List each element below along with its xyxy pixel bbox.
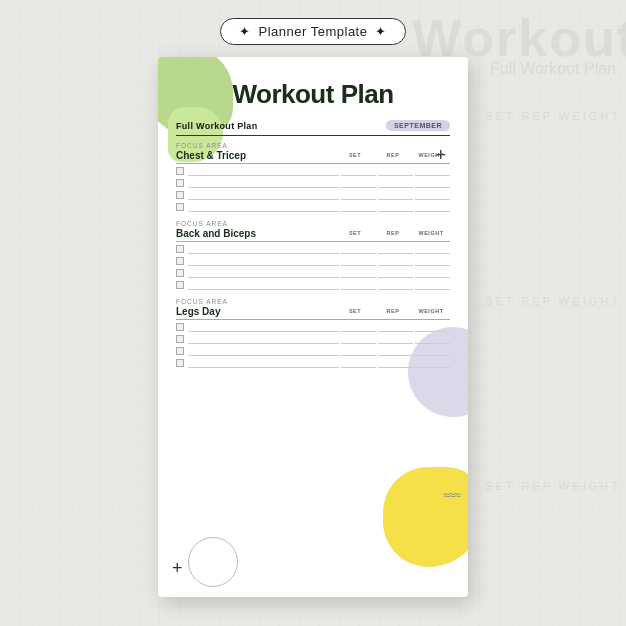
table-row bbox=[176, 280, 450, 290]
col-rep-1: REP bbox=[374, 152, 412, 158]
focus-label-3: FOCUS AREA bbox=[176, 298, 450, 305]
col-headers-2: SET REP WEIGHT bbox=[336, 230, 450, 236]
checkbox[interactable] bbox=[176, 347, 184, 355]
checkbox[interactable] bbox=[176, 323, 184, 331]
table-row bbox=[176, 358, 450, 368]
watermark-set3: SET REP WEIGHT bbox=[485, 480, 621, 492]
table-row bbox=[176, 268, 450, 278]
checkbox[interactable] bbox=[176, 191, 184, 199]
header-badge: ✦ Planner Template ✦ bbox=[220, 18, 406, 45]
workout-card: + + ≈≈≈ Workout Plan Full Workout Plan S… bbox=[158, 57, 468, 597]
exercise-rows-3 bbox=[176, 322, 450, 368]
plan-header: Full Workout Plan SEPTEMBER bbox=[176, 120, 450, 136]
table-row bbox=[176, 334, 450, 344]
wave-decoration: ≈≈≈ bbox=[443, 488, 460, 502]
checkbox[interactable] bbox=[176, 203, 184, 211]
table-row bbox=[176, 190, 450, 200]
table-row bbox=[176, 202, 450, 212]
month-badge: SEPTEMBER bbox=[386, 120, 450, 131]
table-row bbox=[176, 322, 450, 332]
exercise-name-1: Chest & Tricep SET REP WEIGHT bbox=[176, 150, 450, 164]
table-row bbox=[176, 244, 450, 254]
checkbox[interactable] bbox=[176, 269, 184, 277]
watermark-full-plan: Full Workout Plan bbox=[490, 60, 616, 78]
dot-left-icon: ✦ bbox=[239, 24, 251, 39]
col-rep-2: REP bbox=[374, 230, 412, 236]
badge-label: Planner Template bbox=[259, 24, 368, 39]
checkbox[interactable] bbox=[176, 245, 184, 253]
col-headers-3: SET REP WEIGHT bbox=[336, 308, 450, 314]
exercise-rows-1 bbox=[176, 166, 450, 212]
exercise-name-3: Legs Day SET REP WEIGHT bbox=[176, 306, 450, 320]
col-headers-1: SET REP WEIGHT bbox=[336, 152, 450, 158]
card-content: Workout Plan Full Workout Plan SEPTEMBER… bbox=[158, 57, 468, 368]
page-title: Workout Plan bbox=[176, 79, 450, 110]
table-row bbox=[176, 166, 450, 176]
col-weight-2: WEIGHT bbox=[412, 230, 450, 236]
col-set-3: SET bbox=[336, 308, 374, 314]
cross-bottom-left-icon: + bbox=[172, 558, 183, 579]
section-chest: FOCUS AREA Chest & Tricep SET REP WEIGHT bbox=[176, 142, 450, 212]
table-row bbox=[176, 346, 450, 356]
watermark-set2: SET REP WEIGHT bbox=[485, 295, 621, 307]
col-rep-3: REP bbox=[374, 308, 412, 314]
col-weight-1: WEIGHT bbox=[412, 152, 450, 158]
checkbox[interactable] bbox=[176, 257, 184, 265]
checkbox[interactable] bbox=[176, 281, 184, 289]
section-legs: FOCUS AREA Legs Day SET REP WEIGHT bbox=[176, 298, 450, 368]
table-row bbox=[176, 256, 450, 266]
checkbox[interactable] bbox=[176, 359, 184, 367]
checkbox[interactable] bbox=[176, 167, 184, 175]
section-back: FOCUS AREA Back and Biceps SET REP WEIGH… bbox=[176, 220, 450, 290]
focus-label-1: FOCUS AREA bbox=[176, 142, 450, 149]
col-set-2: SET bbox=[336, 230, 374, 236]
table-row bbox=[176, 178, 450, 188]
exercise-rows-2 bbox=[176, 244, 450, 290]
watermark-set1: SET REP WEIGHT bbox=[485, 110, 621, 122]
dot-right-icon: ✦ bbox=[375, 24, 387, 39]
exercise-name-2: Back and Biceps SET REP WEIGHT bbox=[176, 228, 450, 242]
col-weight-3: WEIGHT bbox=[412, 308, 450, 314]
checkbox[interactable] bbox=[176, 179, 184, 187]
focus-label-2: FOCUS AREA bbox=[176, 220, 450, 227]
col-set-1: SET bbox=[336, 152, 374, 158]
checkbox[interactable] bbox=[176, 335, 184, 343]
circle-outline-shape bbox=[188, 537, 238, 587]
yellow-blob-shape bbox=[383, 467, 468, 567]
plan-label: Full Workout Plan bbox=[176, 121, 257, 131]
